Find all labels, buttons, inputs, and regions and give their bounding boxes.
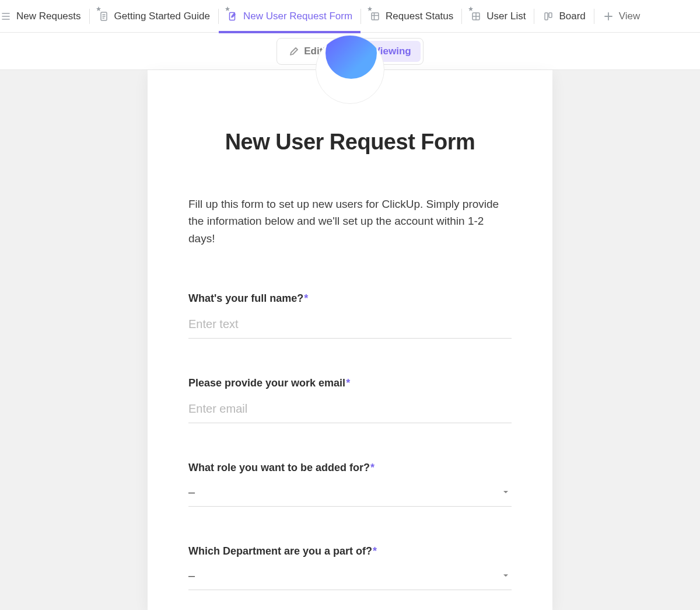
required-asterisk: * (373, 545, 377, 557)
tab-label: User List (487, 11, 526, 22)
label-text: What's your full name? (188, 292, 303, 304)
department-select-value: – (188, 569, 195, 583)
tab-new-user-request-form[interactable]: New User Request Form (219, 0, 360, 33)
svg-rect-15 (549, 13, 552, 18)
add-view-button[interactable]: View (594, 0, 649, 33)
form-description: Fill up this form to set up new users fo… (188, 196, 512, 247)
label-text: What role you want to be added for? (188, 462, 370, 473)
required-asterisk: * (304, 292, 308, 304)
tab-label: Board (559, 11, 585, 22)
field-label: Which Department are you a part of?* (188, 545, 512, 557)
field-department: Which Department are you a part of?* – (188, 545, 512, 590)
field-label: What's your full name?* (188, 292, 512, 305)
tab-getting-started-guide[interactable]: Getting Started Guide (90, 0, 218, 33)
tab-user-list[interactable]: User List (462, 0, 534, 33)
pin-icon (367, 4, 373, 15)
role-select[interactable]: – (188, 480, 512, 507)
full-name-input[interactable] (188, 311, 512, 339)
field-label: What role you want to be added for?* (188, 462, 512, 474)
tab-request-status[interactable]: Request Status (361, 0, 461, 33)
caret-down-icon (502, 571, 509, 581)
tab-label: Request Status (386, 11, 453, 22)
list-icon (0, 11, 12, 22)
caret-down-icon (502, 487, 509, 498)
tab-board[interactable]: Board (534, 0, 593, 33)
role-select-value: – (188, 486, 195, 499)
pin-icon (225, 4, 230, 15)
tab-label: New User Request Form (243, 11, 352, 22)
tab-label: Getting Started Guide (114, 11, 210, 22)
field-full-name: What's your full name?* (188, 292, 512, 339)
board-icon (542, 11, 554, 22)
form-title: New User Request Form (188, 130, 512, 155)
plus-icon (603, 11, 614, 22)
department-select[interactable]: – (188, 563, 512, 590)
tab-label: New Requests (16, 11, 81, 22)
field-label: Please provide your work email* (188, 377, 512, 389)
pencil-icon (289, 46, 299, 57)
view-tabstrip: New Requests Getting Started Guide New U… (0, 0, 700, 33)
required-asterisk: * (346, 377, 350, 389)
required-asterisk: * (370, 462, 374, 473)
label-text: Please provide your work email (188, 377, 345, 389)
form-card: New User Request Form Fill up this form … (148, 70, 552, 610)
add-view-label: View (619, 11, 640, 22)
form-avatar-ring (316, 35, 384, 104)
pin-icon (96, 4, 102, 15)
field-work-email: Please provide your work email* (188, 377, 512, 423)
form-avatar-wrap (188, 70, 512, 104)
form-avatar (326, 35, 377, 79)
tab-new-requests[interactable]: New Requests (0, 0, 89, 33)
label-text: Which Department are you a part of? (188, 545, 372, 557)
field-role: What role you want to be added for?* – (188, 462, 512, 507)
svg-rect-14 (545, 13, 548, 20)
form-canvas: New User Request Form Fill up this form … (0, 70, 700, 610)
pin-icon (468, 4, 474, 15)
work-email-input[interactable] (188, 395, 512, 423)
